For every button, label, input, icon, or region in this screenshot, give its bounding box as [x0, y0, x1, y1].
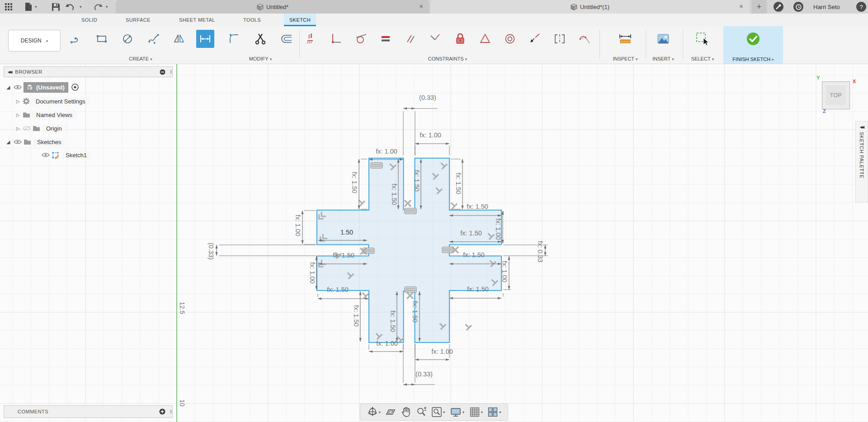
selected-doc[interactable]: (Unsaved): [24, 82, 68, 93]
zoom-fit-icon[interactable]: ▾: [431, 407, 445, 417]
horizontal-vertical-icon[interactable]: [302, 30, 320, 48]
viewports-icon[interactable]: ▾: [487, 407, 501, 417]
browser-header[interactable]: ◀◀ BROWSER ‖: [4, 66, 173, 77]
finish-sketch-button[interactable]: FINISH SKETCH: [723, 26, 783, 64]
inspect-menu[interactable]: INSPECT: [606, 56, 645, 61]
fillet-icon[interactable]: [225, 30, 243, 48]
new-tab-icon[interactable]: +: [751, 0, 767, 14]
expand-closed-icon[interactable]: ▷: [16, 113, 23, 117]
line-icon[interactable]: [67, 30, 85, 48]
circle-icon[interactable]: [118, 30, 137, 48]
job-status-clock-icon[interactable]: [793, 2, 803, 12]
rectangle-icon[interactable]: [93, 30, 111, 48]
collapse-panel-icon[interactable]: ◀◀: [8, 70, 11, 74]
activate-radio-icon[interactable]: [71, 84, 79, 91]
curvature-icon[interactable]: [576, 30, 594, 48]
concentric-icon[interactable]: [501, 30, 519, 48]
add-comment-icon[interactable]: [159, 408, 165, 415]
fix-lock-icon[interactable]: [451, 30, 469, 48]
collinear-icon[interactable]: [526, 30, 544, 48]
tab-sheet-metal[interactable]: SHEET METAL: [174, 14, 221, 26]
undo-dropdown-icon[interactable]: ▾: [80, 5, 82, 9]
sketch-dimension[interactable]: (0.33): [208, 243, 316, 260]
pill-constraint-glyph[interactable]: [405, 287, 416, 293]
undo-icon[interactable]: [65, 2, 75, 12]
midpoint-icon[interactable]: [476, 30, 494, 48]
redo-icon[interactable]: [93, 2, 103, 12]
viewcube-top-face[interactable]: TOP: [826, 85, 846, 105]
tab-surface[interactable]: SURFACE: [120, 14, 156, 26]
expand-closed-icon[interactable]: ▷: [16, 99, 23, 104]
browser-item-named-views[interactable]: ▷ Named Views: [16, 109, 76, 120]
workspace-selector[interactable]: DESIGN: [8, 30, 61, 52]
sketch-dimension[interactable]: fx: 1.00: [415, 344, 453, 361]
symmetry-icon[interactable]: [551, 30, 569, 48]
orbit-icon[interactable]: ▾: [367, 407, 381, 417]
insert-image-icon[interactable]: [654, 30, 672, 48]
browser-item-unsaved[interactable]: ◢ (Unsaved): [6, 82, 80, 93]
tab-sketch[interactable]: SKETCH: [284, 14, 316, 26]
sketch-dimension[interactable]: (0.33): [403, 343, 435, 386]
offset-icon[interactable]: [278, 30, 296, 48]
x-constraint-glyph[interactable]: [405, 200, 411, 206]
document-tab-untitled[interactable]: Untitled* ×: [116, 0, 429, 14]
remove-icon[interactable]: [160, 69, 165, 75]
pill-constraint-glyph[interactable]: [371, 163, 382, 169]
sketch-dimension[interactable]: fx: 1.50: [353, 291, 362, 342]
expand-closed-icon[interactable]: ▷: [16, 126, 23, 131]
sketch-dimension[interactable]: fx: 1.00: [415, 131, 449, 155]
help-icon[interactable]: ?: [856, 2, 866, 12]
display-settings-icon[interactable]: ▾: [450, 407, 464, 417]
redo-dropdown-icon[interactable]: ▾: [106, 5, 108, 9]
tangent-icon[interactable]: [352, 30, 370, 48]
x-constraint-glyph[interactable]: [407, 292, 413, 299]
sketch-palette-tab[interactable]: ◀◀ SKETCH PALETTE: [855, 121, 868, 202]
user-name[interactable]: Harri Seto: [813, 4, 840, 10]
browser-item-document-settings[interactable]: ▷ Document Settings: [16, 96, 90, 107]
close-tab-icon[interactable]: ×: [419, 2, 423, 10]
grid-settings-icon[interactable]: ▾: [469, 407, 483, 417]
panel-grip[interactable]: ‖: [170, 69, 172, 75]
browser-item-sketch1[interactable]: Sketch1: [42, 150, 91, 160]
modify-menu[interactable]: MODIFY: [224, 56, 297, 61]
extensions-icon[interactable]: [774, 2, 783, 12]
parallel-icon[interactable]: [401, 30, 420, 48]
app-menu-icon[interactable]: [4, 2, 14, 12]
perpendicular-icon[interactable]: [426, 30, 444, 48]
measure-icon[interactable]: [616, 30, 634, 48]
browser-item-sketches[interactable]: ◢ Sketches: [6, 136, 65, 147]
dimension-icon[interactable]: [196, 30, 214, 48]
close-tab-icon[interactable]: ×: [739, 2, 743, 10]
expand-open-icon[interactable]: ◢: [6, 139, 14, 145]
insert-menu[interactable]: INSERT: [647, 56, 679, 61]
browser-item-origin[interactable]: ▷ Origin: [16, 123, 66, 134]
mirror-icon[interactable]: [170, 30, 189, 48]
sketch-profile[interactable]: [317, 158, 501, 342]
comments-bar[interactable]: COMMENTS ‖: [4, 405, 173, 418]
select-menu[interactable]: SELECT: [684, 56, 721, 61]
perp-constraint-glyph[interactable]: [356, 197, 365, 206]
equal-icon[interactable]: [377, 30, 395, 48]
eye-off-icon[interactable]: [23, 126, 31, 131]
coincident-icon[interactable]: [327, 30, 345, 48]
select-icon[interactable]: [693, 30, 712, 48]
trim-icon[interactable]: [251, 30, 269, 48]
file-dropdown-icon[interactable]: ▾: [35, 5, 37, 9]
save-icon[interactable]: [51, 2, 61, 12]
expand-palette-icon[interactable]: ◀◀: [860, 125, 863, 129]
sketch-dimension[interactable]: fx: 1.50: [451, 159, 464, 209]
eye-icon[interactable]: [42, 152, 50, 158]
sketch-dimension[interactable]: fx: 1.00: [309, 256, 318, 290]
eye-icon[interactable]: [14, 139, 22, 145]
pill-constraint-glyph[interactable]: [405, 208, 416, 214]
document-tab-untitled-1[interactable]: Untitled*(1) ×: [430, 0, 750, 14]
spline-icon[interactable]: [145, 30, 163, 48]
expand-open-icon[interactable]: ◢: [6, 84, 14, 90]
perp-constraint-glyph[interactable]: [463, 322, 472, 330]
sketch-dimension[interactable]: fx: 1.00: [501, 256, 511, 290]
tab-solid[interactable]: SOLID: [76, 14, 103, 26]
eye-icon[interactable]: [14, 84, 22, 90]
panel-grip[interactable]: ‖: [170, 409, 172, 414]
zoom-icon[interactable]: [416, 407, 427, 417]
file-icon[interactable]: [24, 2, 33, 12]
